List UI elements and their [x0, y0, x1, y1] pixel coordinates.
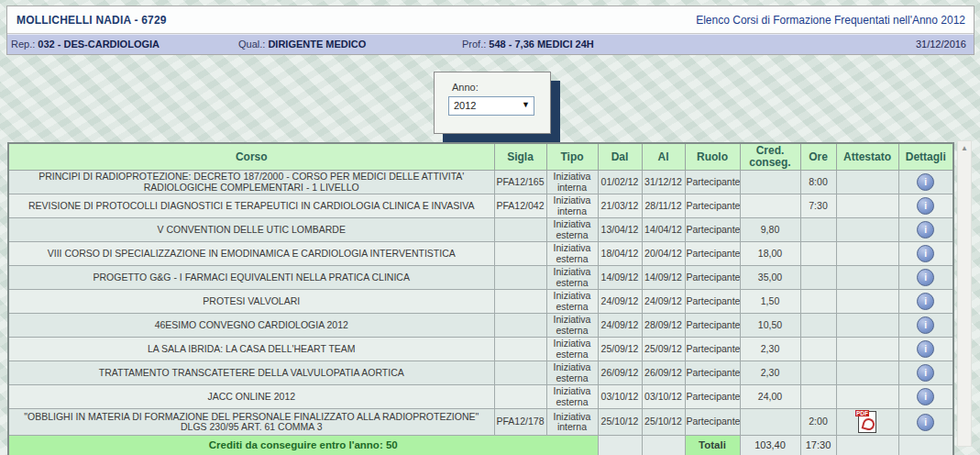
cell-al: 25/10/12 [642, 409, 685, 436]
cell-dettagli: i [898, 242, 953, 266]
cell-dal: 01/02/12 [598, 171, 642, 194]
cell-sigla [494, 242, 546, 266]
cell-tipo: Iniziativa esterna [546, 290, 598, 314]
cell-dal: 21/03/12 [598, 194, 642, 218]
cell-al: 31/12/12 [642, 171, 685, 194]
year-label: Anno: [452, 82, 479, 93]
cell-attestato [836, 242, 898, 266]
cell-tipo: Iniziativa esterna [546, 385, 598, 409]
info-icon[interactable]: i [917, 340, 934, 358]
table-row: "OBBLIGHI IN MATERIA DI FORMAZIONE DEL P… [8, 409, 953, 436]
cell-tipo: Iniziativa esterna [546, 218, 598, 242]
cell-dal: 24/09/12 [598, 314, 642, 338]
table-footer-row: Crediti da conseguire entro l'anno: 50 T… [8, 436, 953, 455]
footer-empty-attestato [836, 436, 898, 455]
header-top-band: MOLLICHELLI NADIA - 6729 Elenco Corsi di… [7, 6, 974, 34]
cell-corso: LA SALA IBRIDA: LA CASA DELL'HEART TEAM [8, 338, 494, 361]
cell-sigla [494, 266, 546, 290]
cell-tipo: Iniziativa interna [546, 409, 598, 436]
cell-attestato [836, 338, 898, 361]
scroll-up-icon[interactable]: ▲ [958, 144, 971, 152]
cell-cred-conseg: 1,50 [740, 290, 800, 314]
cell-cred-conseg [740, 409, 800, 436]
column-header-attestato: Attestato [836, 143, 898, 171]
qualification-value: DIRIGENTE MEDICO [268, 39, 366, 50]
cell-ore: 7:30 [800, 194, 836, 218]
info-icon[interactable]: i [917, 269, 934, 286]
cell-al: 03/10/12 [642, 385, 685, 409]
cell-sigla [494, 314, 546, 338]
credits-target-cell: Crediti da conseguire entro l'anno: 50 [8, 436, 598, 455]
info-icon[interactable]: i [917, 221, 934, 239]
cell-ore: 2:00 [800, 409, 836, 436]
cell-attestato [836, 218, 898, 242]
cell-ruolo: Partecipante [685, 218, 740, 242]
cell-sigla: PFA12/042 [494, 194, 546, 218]
cell-dettagli: i [898, 385, 953, 409]
info-icon[interactable]: i [917, 388, 934, 405]
table-row: PROTESI VALVOLARIIniziativa esterna24/09… [8, 290, 953, 314]
column-header-ore: Ore [800, 143, 836, 171]
hours-total-cell: 17:30 [800, 436, 836, 455]
cell-ruolo: Partecipante [685, 385, 740, 409]
cell-corso: VIII CORSO DI SPECIALIZZAZIONE IN EMODIN… [8, 242, 494, 266]
cell-cred-conseg: 2,30 [740, 361, 800, 385]
cell-ruolo: Partecipante [685, 314, 740, 338]
info-icon[interactable]: i [917, 173, 934, 191]
cell-al: 25/09/12 [642, 338, 685, 361]
table-row: PRINCIPI DI RADIOPROTEZIONE: DECRETO 187… [8, 171, 953, 194]
cell-corso: PROTESI VALVOLARI [8, 290, 494, 314]
department-field: Rep.: 032 - DES-CARDIOLOGIA [11, 35, 160, 54]
cell-dettagli: i [898, 194, 953, 218]
pdf-logo-mark [862, 417, 876, 432]
year-selected-value: 2012 [454, 100, 476, 111]
table-row: REVISIONE DI PROTOCOLLI DIAGNOSTICI E TE… [8, 194, 953, 218]
pdf-badge-label: PDF [855, 410, 869, 416]
cell-ore [800, 218, 836, 242]
cell-attestato [836, 385, 898, 409]
cell-ruolo: Partecipante [685, 290, 740, 314]
page-title: Elenco Corsi di Formazione Frequentati n… [696, 14, 965, 27]
info-icon[interactable]: i [917, 414, 934, 431]
cell-sigla [494, 338, 546, 361]
cell-cred-conseg: 2,30 [740, 338, 800, 361]
cell-dettagli: i [898, 314, 953, 338]
footer-empty-dettagli [898, 436, 953, 455]
profile-label: Prof.: [462, 39, 486, 50]
cell-cred-conseg: 24,00 [740, 385, 800, 409]
cell-al: 20/04/12 [642, 242, 685, 266]
cell-ore: 8:00 [800, 171, 836, 194]
cell-dal: 24/09/12 [598, 290, 642, 314]
info-icon[interactable]: i [917, 197, 934, 215]
cell-ruolo: Partecipante [685, 242, 740, 266]
cell-attestato [836, 314, 898, 338]
cell-sigla [494, 361, 546, 385]
qualification-field: Qual.: DIRIGENTE MEDICO [238, 35, 366, 54]
cell-tipo: Iniziativa esterna [546, 266, 598, 290]
cell-tipo: Iniziativa interna [546, 171, 598, 194]
year-select[interactable]: 2012 ▼ [448, 96, 534, 116]
info-icon[interactable]: i [917, 293, 934, 310]
profile-field: Prof.: 548 - 7,36 MEDICI 24H [462, 35, 594, 54]
cell-attestato [836, 194, 898, 218]
cell-ore [800, 338, 836, 361]
employee-name: MOLLICHELLI NADIA - 6729 [17, 14, 167, 27]
cell-dettagli: i [898, 266, 953, 290]
cell-dal: 25/10/12 [598, 409, 642, 436]
cell-dettagli: i [898, 290, 953, 314]
table-row: PROGETTO G&G - I FARMACI EQUIVALENTI NEL… [8, 266, 953, 290]
table-row: TRATTAMENTO TRANSCATETERE DELLA VALVULOP… [8, 361, 953, 385]
column-header-al: Al [642, 143, 685, 171]
cell-tipo: Iniziativa esterna [546, 314, 598, 338]
info-icon[interactable]: i [917, 316, 934, 334]
cell-ore [800, 266, 836, 290]
info-icon[interactable]: i [917, 245, 934, 262]
pdf-attachment-icon[interactable]: PDF [858, 411, 876, 433]
column-header-ruolo: Ruolo [685, 143, 740, 171]
cell-corso: PROGETTO G&G - I FARMACI EQUIVALENTI NEL… [8, 266, 494, 290]
cell-tipo: Iniziativa esterna [546, 242, 598, 266]
info-icon[interactable]: i [917, 364, 934, 382]
cell-cred-conseg [740, 194, 800, 218]
cell-cred-conseg: 35,00 [740, 266, 800, 290]
scrollbar-track[interactable]: ▲ [957, 140, 972, 447]
